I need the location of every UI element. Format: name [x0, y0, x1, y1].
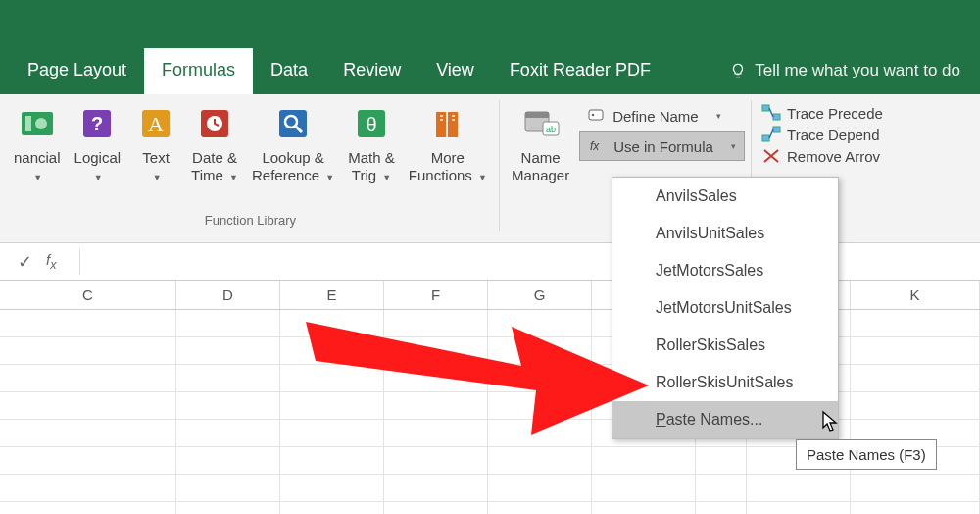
cell[interactable]	[0, 502, 176, 514]
cell[interactable]	[488, 337, 592, 364]
cell[interactable]	[592, 502, 696, 514]
math-button[interactable]: θ Math &Trig ▼	[342, 100, 401, 186]
cell[interactable]	[488, 365, 592, 391]
cell[interactable]	[280, 365, 384, 391]
cell[interactable]	[851, 475, 980, 501]
financial-icon	[16, 102, 59, 145]
cell[interactable]	[0, 310, 176, 336]
cell[interactable]	[851, 337, 980, 364]
svg-rect-23	[773, 114, 780, 120]
group-function-library: nancial▼ ? Logical▼ A Text▼ Date &Time ▼	[2, 100, 500, 231]
tab-data[interactable]: Data	[253, 48, 325, 94]
cell[interactable]	[488, 475, 592, 501]
tell-me-search[interactable]: Tell me what you want to do	[721, 49, 980, 94]
search-icon	[271, 102, 315, 145]
trace-precedents-icon	[761, 104, 781, 122]
column-header[interactable]: D	[176, 281, 280, 309]
cell[interactable]	[0, 447, 176, 474]
tab-foxit[interactable]: Foxit Reader PDF	[492, 48, 668, 94]
cell[interactable]	[0, 337, 176, 364]
dropdown-item[interactable]: JetMotorsSales	[612, 252, 838, 289]
column-header[interactable]: C	[0, 281, 176, 309]
column-header[interactable]: F	[384, 281, 488, 309]
column-header[interactable]: G	[488, 281, 592, 309]
cell[interactable]	[176, 475, 280, 501]
cell[interactable]	[696, 447, 747, 474]
trace-precedents-button[interactable]: Trace Precede	[761, 104, 883, 122]
paste-names-item[interactable]: Paste Names...	[612, 401, 838, 438]
cell[interactable]	[176, 365, 280, 391]
tab-view[interactable]: View	[418, 48, 492, 94]
cell[interactable]	[280, 392, 384, 419]
cell[interactable]	[0, 365, 176, 391]
cell[interactable]	[488, 420, 592, 446]
cell[interactable]	[851, 310, 980, 336]
cell[interactable]	[384, 337, 488, 364]
cell[interactable]	[747, 475, 851, 501]
cell[interactable]	[488, 502, 592, 514]
cell[interactable]	[176, 337, 280, 364]
tab-page-layout[interactable]: Page Layout	[10, 48, 144, 94]
remove-arrows-icon	[761, 147, 781, 165]
financial-button[interactable]: nancial▼	[8, 100, 67, 186]
svg-text:θ: θ	[366, 114, 376, 135]
cell[interactable]	[851, 365, 980, 391]
cell[interactable]	[280, 447, 384, 474]
date-time-button[interactable]: Date &Time ▼	[185, 100, 244, 186]
use-in-formula-button[interactable]: fx Use in Formula ▾	[579, 131, 745, 161]
fx-icon[interactable]: fx	[46, 251, 56, 272]
tab-formulas[interactable]: Formulas	[144, 48, 253, 94]
trace-dependents-button[interactable]: Trace Depend	[761, 126, 883, 143]
cell[interactable]	[592, 475, 696, 501]
cell[interactable]	[280, 502, 384, 514]
use-in-formula-dropdown: AnvilsSalesAnvilsUnitSalesJetMotorsSales…	[612, 177, 839, 439]
dropdown-item[interactable]: JetMotorsUnitSales	[612, 289, 838, 327]
cell[interactable]	[384, 502, 488, 514]
define-name-button[interactable]: Define Name ▾	[579, 102, 745, 129]
formula-input[interactable]	[79, 249, 980, 275]
cell[interactable]	[280, 420, 384, 446]
logical-button[interactable]: ? Logical▼	[69, 100, 127, 186]
text-button[interactable]: A Text▼	[128, 100, 183, 186]
cell[interactable]	[696, 475, 747, 501]
cell[interactable]	[851, 392, 980, 419]
cell[interactable]	[280, 475, 384, 501]
more-functions-button[interactable]: MoreFunctions ▼	[403, 100, 493, 186]
dropdown-item[interactable]: RollerSkisUnitSales	[612, 364, 838, 401]
cell[interactable]	[696, 502, 747, 514]
cell[interactable]	[488, 392, 592, 419]
cell[interactable]	[747, 502, 851, 514]
tab-review[interactable]: Review	[325, 48, 418, 94]
cell[interactable]	[488, 447, 592, 474]
cell[interactable]	[0, 420, 176, 446]
dropdown-item[interactable]: RollerSkisSales	[612, 327, 838, 364]
cell[interactable]	[176, 447, 280, 474]
cell[interactable]	[176, 420, 280, 446]
remove-arrows-button[interactable]: Remove Arrov	[761, 147, 883, 165]
cell[interactable]	[384, 475, 488, 501]
cell[interactable]	[176, 310, 280, 336]
cell[interactable]	[384, 310, 488, 336]
cell[interactable]	[176, 392, 280, 419]
dropdown-item[interactable]: AnvilsUnitSales	[612, 215, 838, 252]
lookup-button[interactable]: Lookup &Reference ▼	[246, 100, 340, 186]
cell[interactable]	[0, 392, 176, 419]
cell[interactable]	[384, 365, 488, 391]
svg-rect-9	[279, 110, 307, 137]
cell[interactable]	[280, 310, 384, 336]
cell[interactable]	[384, 392, 488, 419]
column-header[interactable]: E	[280, 281, 384, 309]
cell[interactable]	[176, 502, 280, 514]
dropdown-item[interactable]: AnvilsSales	[612, 178, 838, 215]
cell[interactable]	[0, 475, 176, 501]
cell[interactable]	[488, 310, 592, 336]
name-manager-button[interactable]: ab NameManager	[506, 100, 575, 231]
cell[interactable]	[384, 420, 488, 446]
enter-check-icon[interactable]: ✓	[18, 251, 32, 273]
column-header[interactable]: K	[851, 281, 980, 309]
cell[interactable]	[280, 337, 384, 364]
cell[interactable]	[592, 447, 696, 474]
cell[interactable]	[851, 502, 980, 514]
cell[interactable]	[384, 447, 488, 474]
clock-icon	[193, 102, 236, 145]
